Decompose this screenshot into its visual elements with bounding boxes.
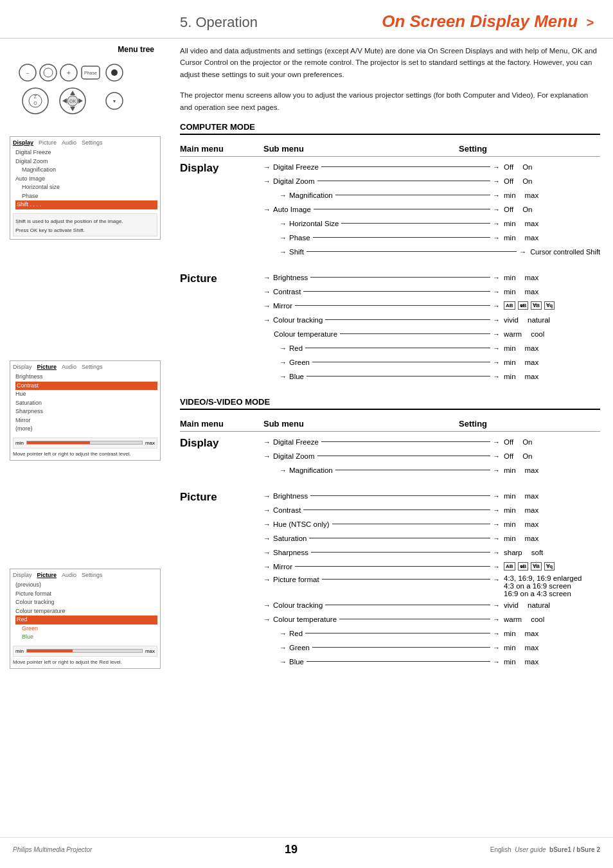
v-picture-format-row: → Picture format → 4:3, 16:9, 16:9 enlar… bbox=[263, 574, 600, 598]
horizontal-size-row: → Horizontal Size → min max bbox=[280, 217, 600, 230]
digital-freeze-row: → Digital Freeze → Off On bbox=[263, 161, 600, 173]
v-red-row: → Red → min max bbox=[280, 627, 600, 640]
svg-text:Z: Z bbox=[33, 94, 37, 99]
svg-text:Phase: Phase bbox=[84, 71, 97, 75]
v-saturation-row: → Saturation → min max bbox=[263, 532, 600, 545]
footer-right: English User guide bSure1 / bSure 2 bbox=[490, 846, 600, 853]
computer-mode-table-header: Main menu Sub menu Setting bbox=[180, 141, 600, 157]
header-arrow: > bbox=[586, 15, 594, 30]
blue-row: → Blue → min max bbox=[280, 370, 600, 383]
chapter-number: 5. Operation bbox=[180, 14, 258, 31]
svg-point-2 bbox=[40, 64, 57, 81]
brightness-row: → Brightness → min max bbox=[263, 271, 600, 284]
footer-page-number: 19 bbox=[285, 843, 298, 856]
page-footer: Philips Multimedia Projector 19 English … bbox=[0, 837, 613, 856]
computer-display-block: Display → Digital Freeze → Of bbox=[180, 161, 600, 260]
svg-text:−: − bbox=[26, 70, 29, 76]
v-hue-row: → Hue (NTSC only) → min max bbox=[263, 518, 600, 531]
intro-paragraph: All video and data adjustments and setti… bbox=[180, 45, 600, 80]
svg-marker-18 bbox=[78, 98, 83, 103]
remote-control-illustration: − + Phase Z O bbox=[12, 59, 159, 123]
video-mode-table-header: Main menu Sub menu Setting bbox=[180, 416, 600, 432]
video-picture-label: Picture bbox=[180, 490, 231, 504]
green-row: → Green → min max bbox=[280, 356, 600, 369]
svg-marker-15 bbox=[70, 91, 75, 95]
intro-paragraph-2: The projector menu screens allow you to … bbox=[180, 89, 600, 113]
computer-mode-header: COMPUTER MODE bbox=[180, 122, 600, 135]
auto-image-row: → Auto Image → Off On bbox=[263, 203, 600, 216]
v-colour-temp-row: → Colour temperature → warm cool bbox=[263, 613, 600, 626]
svg-marker-17 bbox=[62, 98, 67, 103]
v-brightness-row: → Brightness → min max bbox=[263, 490, 600, 502]
menu-tree-label: Menu tree bbox=[10, 45, 161, 54]
red-row: → Red → min max bbox=[280, 342, 600, 355]
video-mode-header: VIDEO/S-VIDEO MODE bbox=[180, 397, 600, 410]
v-mirror-row: → Mirror → AB ɐB ∀B ∀q bbox=[263, 560, 600, 573]
v-blue-row: → Blue → min max bbox=[280, 655, 600, 668]
magnification-row: → Magnification → min max bbox=[280, 189, 600, 202]
colour-temp-row: Colour temperature → warm cool bbox=[263, 328, 600, 341]
page-header: 5. Operation On Screen Display Menu > bbox=[0, 0, 613, 39]
footer-brand: Philips Multimedia Projector bbox=[13, 846, 92, 853]
computer-picture-block: Picture → Brightness → min bbox=[180, 271, 600, 384]
svg-marker-16 bbox=[70, 107, 75, 111]
display-label: Display bbox=[180, 161, 231, 175]
v-digital-freeze-row: → Digital Freeze → Off On bbox=[263, 436, 600, 448]
v-sharpness-row: → Sharpness → sharp soft bbox=[263, 546, 600, 559]
contrast-row: → Contrast → min max bbox=[263, 285, 600, 298]
svg-point-9 bbox=[111, 69, 118, 76]
main-content: All video and data adjustments and setti… bbox=[167, 39, 613, 687]
phase-row: → Phase → min max bbox=[280, 231, 600, 244]
svg-point-3 bbox=[44, 68, 53, 77]
v-digital-zoom-row: → Digital Zoom → Off On bbox=[263, 450, 600, 463]
osd-display-menu: Display Picture Audio Settings Digital F… bbox=[10, 136, 161, 240]
svg-text:+: + bbox=[66, 69, 70, 76]
digital-zoom-row: → Digital Zoom → Off On bbox=[263, 175, 600, 188]
video-display-block: Display → Digital Freeze → Of bbox=[180, 436, 600, 478]
v-magnification-row: → Magnification → min max bbox=[280, 464, 600, 477]
colour-tracking-row: → Colour tracking → vivid natural bbox=[263, 314, 600, 326]
osd-picture-menu: Display Picture Audio Settings Brightnes… bbox=[10, 360, 161, 461]
v-contrast-row: → Contrast → min max bbox=[263, 504, 600, 517]
shift-row: → Shift → Cursor controlled Shift bbox=[280, 245, 600, 258]
svg-text:▼: ▼ bbox=[112, 99, 116, 103]
video-display-label: Display bbox=[180, 436, 231, 450]
osd-colour-menu: Display Picture Audio Settings (previous… bbox=[10, 569, 161, 669]
v-green-row: → Green → min max bbox=[280, 641, 600, 654]
video-picture-block: Picture → Brightness → min bbox=[180, 490, 600, 669]
svg-text:O: O bbox=[33, 101, 37, 105]
mirror-row: → Mirror → AB ɐB ∀B ∀q bbox=[263, 299, 600, 312]
chapter-title: On Screen Display Menu > bbox=[271, 12, 594, 31]
v-colour-tracking-row: → Colour tracking → vivid natural bbox=[263, 599, 600, 612]
picture-label: Picture bbox=[180, 271, 231, 285]
svg-text:OK: OK bbox=[69, 99, 75, 103]
sidebar: Menu tree − + Phase bbox=[0, 39, 167, 687]
